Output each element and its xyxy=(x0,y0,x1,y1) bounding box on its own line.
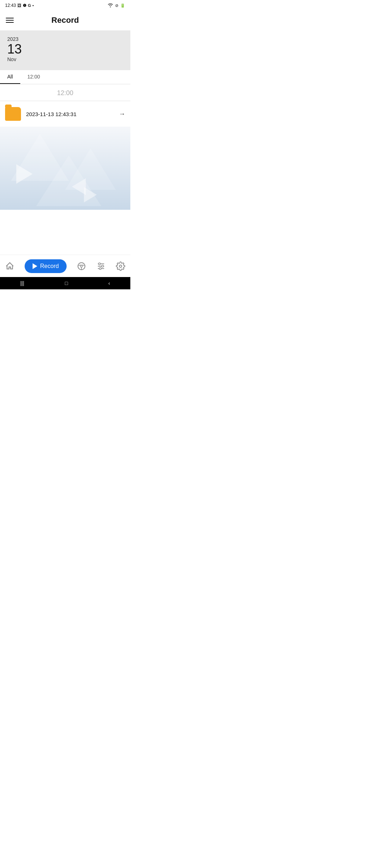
tab-time[interactable]: 12:00 xyxy=(20,70,47,84)
tab-bar: All 12:00 xyxy=(0,70,130,84)
nav-drive[interactable] xyxy=(77,261,86,271)
wifi-icon xyxy=(108,3,113,8)
top-bar: Record xyxy=(0,10,130,30)
status-bar: 12:43 🖼 ❶ G • ⊘ 🔋 xyxy=(0,0,130,10)
date-year: 2023 xyxy=(7,36,123,42)
status-photo-icon: 🖼 xyxy=(17,3,21,8)
sys-home-icon[interactable]: □ xyxy=(65,280,68,286)
record-button-label: Record xyxy=(40,263,59,269)
background-graphic xyxy=(0,127,130,210)
date-card: 2023 13 Nov xyxy=(0,30,130,70)
svg-point-9 xyxy=(102,265,104,267)
watermark-play-3 xyxy=(80,185,100,206)
sys-back-icon[interactable]: ‹ xyxy=(108,280,110,286)
hamburger-menu[interactable] xyxy=(6,18,14,23)
sys-recents-icon[interactable]: ||| xyxy=(20,280,24,286)
status-dot: • xyxy=(33,3,34,8)
folder-icon xyxy=(5,107,21,121)
date-day: 13 xyxy=(7,42,123,56)
battery-icon: 🔋 xyxy=(120,3,125,8)
page-title: Record xyxy=(51,16,79,25)
system-nav-bar: ||| □ ‹ xyxy=(0,277,130,289)
svg-point-10 xyxy=(99,267,101,269)
nav-settings[interactable] xyxy=(116,261,125,271)
play-icon xyxy=(33,263,37,269)
no-icon: ⊘ xyxy=(115,3,118,8)
svg-marker-2 xyxy=(84,187,97,202)
tune-icon xyxy=(96,261,106,271)
tab-all[interactable]: All xyxy=(0,70,20,84)
status-icons: ⊘ 🔋 xyxy=(108,3,125,8)
arrow-right-icon: → xyxy=(119,110,125,118)
status-1-icon: ❶ xyxy=(23,3,26,8)
nav-tune[interactable] xyxy=(96,261,106,271)
nav-home[interactable] xyxy=(5,261,14,271)
nav-record-button[interactable]: Record xyxy=(25,259,67,273)
svg-point-8 xyxy=(98,263,100,264)
record-name: 2023-11-13 12:43:31 xyxy=(26,111,119,117)
date-month: Nov xyxy=(7,56,123,62)
record-list-item[interactable]: 2023-11-13 12:43:31 → xyxy=(0,101,130,127)
settings-icon xyxy=(116,261,125,271)
svg-point-11 xyxy=(119,265,122,267)
status-time: 12:43 🖼 ❶ G • xyxy=(5,3,34,8)
bottom-nav: Record xyxy=(0,255,130,277)
steering-icon xyxy=(77,261,86,271)
status-g-icon: G xyxy=(28,3,31,8)
svg-marker-0 xyxy=(16,164,33,184)
watermark-play-1 xyxy=(11,161,36,188)
time-section-header: 12:00 xyxy=(0,84,130,101)
time-display: 12:43 xyxy=(5,3,16,8)
svg-point-4 xyxy=(81,265,83,267)
home-icon xyxy=(5,261,14,271)
